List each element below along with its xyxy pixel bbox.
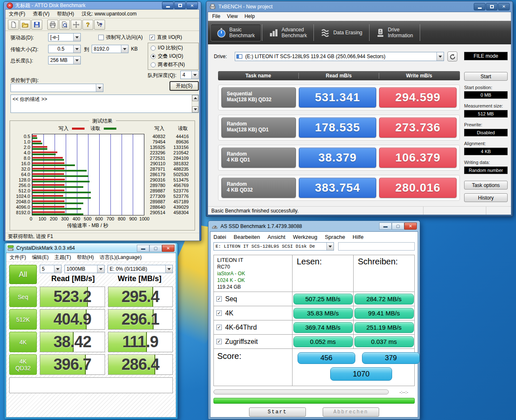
drive-select[interactable]: (E:) LITEON IT SCS-128L9S 119.24 GB (250… bbox=[235, 52, 444, 61]
close-button[interactable]: ✕ bbox=[186, 2, 198, 9]
transfer-from-select[interactable]: 0.5 bbox=[48, 45, 81, 53]
dropdown-arrow-icon[interactable] bbox=[73, 45, 80, 53]
total-length-select[interactable]: 256 MB bbox=[48, 56, 81, 64]
direct-io-checkbox[interactable]: ✓ 直接 I/O(R) bbox=[149, 34, 182, 41]
drive-select[interactable]: [-e-] bbox=[48, 33, 81, 41]
checkbox-checked[interactable]: ✓ bbox=[216, 339, 222, 344]
dropdown-arrow-icon[interactable] bbox=[96, 84, 103, 92]
test-count-select[interactable]: 5 bbox=[40, 265, 62, 273]
cancel-button[interactable]: Abbrechen bbox=[323, 407, 380, 417]
start-position-value[interactable]: 0 MB bbox=[464, 91, 508, 99]
test-label-button[interactable]: Seq bbox=[9, 287, 37, 307]
menu-view[interactable]: 查看(V) bbox=[33, 10, 49, 18]
new-file-icon[interactable] bbox=[8, 20, 19, 30]
history-button[interactable]: History bbox=[464, 193, 508, 202]
close-button[interactable]: ✕ bbox=[162, 245, 175, 252]
checkbox-checked[interactable]: ✓ bbox=[216, 310, 222, 316]
description-box[interactable]: << 你的描述 >> bbox=[10, 95, 199, 113]
menu-help[interactable]: Help bbox=[244, 13, 255, 19]
test-size-select[interactable]: 1000MB bbox=[64, 265, 105, 273]
dropdown-arrow-icon[interactable] bbox=[121, 45, 128, 53]
minimize-button[interactable]: ▬ bbox=[137, 245, 149, 252]
measurement-size-value[interactable]: 512 MB bbox=[464, 110, 508, 118]
start-button[interactable]: Start bbox=[464, 72, 508, 81]
writing-data-value[interactable]: Random number bbox=[464, 166, 508, 174]
test-label-button[interactable]: 4K QD32 bbox=[9, 354, 37, 375]
alignment-value[interactable]: 4 KB bbox=[464, 148, 508, 155]
checkbox-checked[interactable]: ✓ bbox=[149, 35, 155, 40]
minimize-button[interactable] bbox=[162, 2, 174, 9]
tab-drive-information[interactable]: DriveInformation bbox=[370, 24, 419, 41]
dropdown-arrow-icon[interactable] bbox=[436, 52, 444, 61]
maximize-button[interactable]: ▢ bbox=[149, 245, 162, 252]
menu-bearbeiten[interactable]: Bearbeiten bbox=[234, 234, 260, 240]
save-icon[interactable] bbox=[31, 20, 42, 30]
maximize-button[interactable]: ▢ bbox=[392, 223, 404, 230]
context-help-icon[interactable]: ? bbox=[94, 20, 105, 30]
close-button[interactable]: ✕ bbox=[404, 223, 417, 230]
start-button[interactable]: Start bbox=[249, 407, 306, 417]
menu-file[interactable]: 文件(F) bbox=[9, 10, 25, 18]
dropdown-arrow-icon[interactable] bbox=[54, 265, 61, 273]
atto-title-bar[interactable]: A 无标题 - ATTO Disk Benchmark ✕ bbox=[5, 2, 200, 9]
print-icon[interactable] bbox=[47, 20, 58, 30]
dropdown-arrow-icon[interactable] bbox=[73, 33, 80, 41]
start-button[interactable]: 开始(S) bbox=[169, 81, 199, 91]
menu-werkzeug[interactable]: Werkzeug bbox=[293, 234, 317, 240]
open-file-icon[interactable] bbox=[20, 20, 31, 30]
force-write-checkbox[interactable]: 强制写入访问(A) bbox=[98, 34, 143, 41]
asssd-title-bar[interactable]: AS SSD Benchmark 1.7.4739.38088 ▬ ▢ ✕ bbox=[210, 221, 418, 231]
close-button[interactable]: ✕ bbox=[498, 3, 510, 10]
test-label-button[interactable]: 512K bbox=[9, 309, 37, 330]
neither-radio[interactable]: 两者都不(N) bbox=[151, 61, 196, 68]
controlled-by-select[interactable] bbox=[10, 84, 103, 92]
dropdown-arrow-icon[interactable] bbox=[326, 243, 334, 250]
description-scrollbar[interactable] bbox=[192, 95, 198, 113]
tab-data-erasing[interactable]: Data Erasing bbox=[315, 24, 368, 41]
scroll-up-icon[interactable] bbox=[192, 95, 198, 101]
menu-theme[interactable]: 主题(T) bbox=[54, 254, 71, 261]
drive-select[interactable]: E: LITEON IT SCS-128L9S SCSI Disk De bbox=[213, 242, 334, 251]
menu-sprache[interactable]: Sprache bbox=[325, 234, 345, 240]
dropdown-arrow-icon[interactable] bbox=[97, 265, 104, 273]
menu-edit[interactable]: 编辑(E) bbox=[32, 254, 49, 261]
overlapped-io-radio[interactable]: 交叠 I/O(O) bbox=[151, 53, 196, 60]
run-all-button[interactable]: All bbox=[9, 265, 37, 284]
comment-box[interactable] bbox=[9, 377, 173, 393]
menu-hilfe[interactable]: Hilfe bbox=[353, 234, 364, 240]
maximize-button[interactable] bbox=[174, 2, 186, 9]
tab-basic-benchmark[interactable]: BasicBenchmark bbox=[211, 24, 261, 41]
minimize-button[interactable] bbox=[474, 3, 485, 10]
menu-view[interactable]: View bbox=[227, 13, 238, 19]
checkbox-checked[interactable]: ✓ bbox=[216, 325, 222, 330]
txbench-title-bar[interactable]: TxBENCH - New project ✕ bbox=[208, 1, 511, 12]
menu-help[interactable]: 帮助(H) bbox=[57, 10, 74, 18]
help-icon[interactable]: ? bbox=[82, 20, 93, 30]
task-options-button[interactable]: Task options bbox=[464, 181, 508, 190]
minimize-button[interactable]: ▬ bbox=[379, 223, 392, 230]
menu-ansicht[interactable]: Ansicht bbox=[267, 234, 285, 240]
menu-file[interactable]: 文件(F) bbox=[10, 254, 26, 261]
menu-language[interactable]: 语言(L)(Language) bbox=[100, 254, 141, 261]
io-compare-radio[interactable]: I/O 比较(C) bbox=[151, 44, 196, 51]
tab-advanced-benchmark[interactable]: AdvancedBenchmark bbox=[263, 24, 313, 41]
checkbox-checked[interactable]: ✓ bbox=[216, 296, 222, 302]
menu-localization[interactable]: 汉化: www.upantool.com bbox=[82, 10, 136, 18]
pan-icon[interactable] bbox=[71, 20, 82, 30]
menu-file[interactable]: File bbox=[212, 13, 220, 19]
secondary-field[interactable] bbox=[338, 242, 415, 251]
dropdown-arrow-icon[interactable] bbox=[73, 56, 80, 64]
menu-help[interactable]: 帮助(H) bbox=[77, 254, 94, 261]
target-drive-select[interactable]: E: 0% (0/119GB) bbox=[108, 265, 173, 273]
prewrite-value[interactable]: Disabled bbox=[464, 129, 508, 136]
test-label-button[interactable]: 4K bbox=[9, 332, 37, 352]
print-preview-icon[interactable] bbox=[59, 20, 70, 30]
refresh-button[interactable] bbox=[447, 51, 457, 61]
dropdown-arrow-icon[interactable] bbox=[165, 265, 172, 273]
checkbox-unchecked[interactable] bbox=[98, 35, 104, 40]
transfer-to-select[interactable]: 8192.0 bbox=[92, 45, 128, 53]
scroll-down-icon[interactable] bbox=[192, 106, 198, 113]
menu-datei[interactable]: Datei bbox=[213, 234, 226, 240]
cdm-title-bar[interactable]: CrystalDiskMark 3.0.3 x64 ▬ ▢ ✕ bbox=[6, 243, 176, 253]
maximize-button[interactable] bbox=[486, 3, 498, 10]
